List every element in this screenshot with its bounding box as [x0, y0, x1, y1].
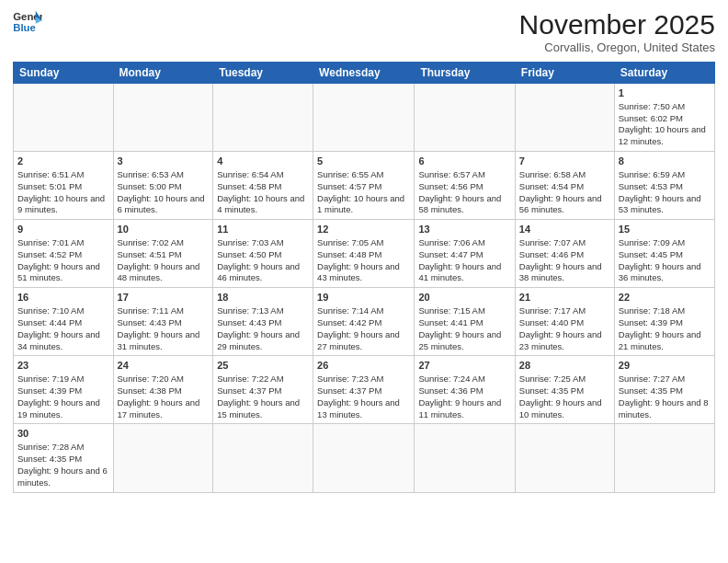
- day-info: Sunrise: 7:14 AM: [317, 305, 410, 317]
- day-info: Sunset: 4:51 PM: [118, 249, 210, 261]
- day-info: Sunrise: 6:57 AM: [418, 169, 510, 181]
- location: Corvallis, Oregon, United States: [519, 40, 715, 54]
- calendar-page: General Blue November 2025 Corvallis, Or…: [0, 0, 728, 563]
- day-info: Sunrise: 7:13 AM: [217, 305, 309, 317]
- day-info: Sunset: 4:47 PM: [418, 249, 510, 261]
- calendar-table: Sunday Monday Tuesday Wednesday Thursday…: [13, 62, 715, 493]
- day-info: Sunset: 4:39 PM: [619, 317, 711, 329]
- table-row: 24Sunrise: 7:20 AMSunset: 4:38 PMDayligh…: [113, 356, 213, 424]
- day-info: Sunrise: 6:53 AM: [118, 169, 210, 181]
- day-info: Daylight: 9 hours and 53 minutes.: [619, 193, 711, 217]
- day-number: 13: [418, 223, 510, 236]
- day-info: Daylight: 9 hours and 43 minutes.: [317, 261, 410, 285]
- day-info: Sunset: 4:46 PM: [519, 249, 610, 261]
- day-number: 21: [519, 291, 610, 304]
- table-row: 22Sunrise: 7:18 AMSunset: 4:39 PMDayligh…: [614, 288, 714, 356]
- day-info: Sunrise: 7:10 AM: [17, 305, 109, 317]
- svg-text:Blue: Blue: [13, 22, 36, 33]
- table-row: 14Sunrise: 7:07 AMSunset: 4:46 PMDayligh…: [515, 220, 614, 288]
- table-row: 2Sunrise: 6:51 AMSunset: 5:01 PMDaylight…: [14, 152, 114, 220]
- day-info: Daylight: 9 hours and 25 minutes.: [418, 329, 510, 353]
- day-info: Daylight: 9 hours and 38 minutes.: [519, 261, 610, 285]
- table-row: 10Sunrise: 7:02 AMSunset: 4:51 PMDayligh…: [113, 220, 213, 288]
- table-row: 18Sunrise: 7:13 AMSunset: 4:43 PMDayligh…: [213, 288, 313, 356]
- day-number: 5: [317, 155, 410, 168]
- day-number: 1: [619, 86, 711, 100]
- day-info: Sunset: 4:48 PM: [317, 249, 410, 261]
- table-row: 28Sunrise: 7:25 AMSunset: 4:35 PMDayligh…: [515, 356, 614, 424]
- day-info: Sunrise: 7:50 AM: [619, 101, 711, 113]
- day-number: 20: [418, 291, 510, 304]
- day-info: Sunrise: 6:54 AM: [217, 169, 309, 181]
- day-number: 23: [17, 359, 109, 373]
- day-number: 25: [217, 359, 309, 373]
- header-friday: Friday: [515, 63, 614, 84]
- day-info: Sunset: 4:36 PM: [418, 385, 510, 397]
- day-info: Sunset: 4:35 PM: [519, 385, 610, 397]
- day-info: Sunset: 4:57 PM: [317, 181, 410, 193]
- day-info: Sunset: 4:37 PM: [317, 385, 410, 397]
- day-info: Sunset: 4:42 PM: [317, 317, 410, 329]
- day-number: 8: [619, 155, 711, 168]
- day-number: 19: [317, 291, 410, 304]
- day-info: Daylight: 9 hours and 17 minutes.: [118, 397, 210, 421]
- day-info: Sunset: 4:37 PM: [217, 385, 309, 397]
- header-monday: Monday: [113, 63, 213, 84]
- day-info: Sunrise: 7:02 AM: [118, 237, 210, 249]
- day-info: Daylight: 9 hours and 11 minutes.: [418, 397, 510, 421]
- table-row: 12Sunrise: 7:05 AMSunset: 4:48 PMDayligh…: [313, 220, 415, 288]
- day-info: Sunrise: 7:25 AM: [519, 373, 610, 385]
- day-info: Daylight: 9 hours and 27 minutes.: [317, 329, 410, 353]
- day-info: Daylight: 9 hours and 34 minutes.: [17, 329, 109, 353]
- day-info: Sunrise: 7:05 AM: [317, 237, 410, 249]
- month-title: November 2025: [519, 9, 715, 40]
- day-number: 17: [118, 291, 210, 304]
- day-info: Sunset: 5:00 PM: [118, 181, 210, 193]
- day-info: Sunset: 6:02 PM: [619, 113, 711, 125]
- day-info: Sunrise: 7:09 AM: [619, 237, 711, 249]
- day-info: Daylight: 9 hours and 19 minutes.: [17, 397, 109, 421]
- day-number: 26: [317, 359, 410, 373]
- table-row: 19Sunrise: 7:14 AMSunset: 4:42 PMDayligh…: [313, 288, 415, 356]
- table-row: 26Sunrise: 7:23 AMSunset: 4:37 PMDayligh…: [313, 356, 415, 424]
- day-info: Daylight: 9 hours and 51 minutes.: [17, 261, 109, 285]
- day-info: Daylight: 9 hours and 46 minutes.: [217, 261, 309, 285]
- day-info: Sunrise: 7:20 AM: [118, 373, 210, 385]
- table-row: 1Sunrise: 7:50 AMSunset: 6:02 PMDaylight…: [614, 84, 714, 152]
- day-info: Daylight: 9 hours and 36 minutes.: [619, 261, 711, 285]
- day-number: 27: [418, 359, 510, 373]
- day-number: 30: [17, 427, 109, 441]
- table-row: [213, 424, 313, 492]
- table-row: [313, 84, 415, 152]
- header-thursday: Thursday: [415, 63, 515, 84]
- day-info: Daylight: 9 hours and 31 minutes.: [118, 329, 210, 353]
- day-info: Sunrise: 7:27 AM: [619, 373, 711, 385]
- table-row: 6Sunrise: 6:57 AMSunset: 4:56 PMDaylight…: [415, 152, 515, 220]
- day-info: Daylight: 9 hours and 41 minutes.: [418, 261, 510, 285]
- header-sunday: Sunday: [14, 63, 114, 84]
- table-row: 3Sunrise: 6:53 AMSunset: 5:00 PMDaylight…: [113, 152, 213, 220]
- header-saturday: Saturday: [614, 63, 714, 84]
- day-info: Sunset: 4:41 PM: [418, 317, 510, 329]
- day-info: Sunset: 4:35 PM: [619, 385, 711, 397]
- day-info: Daylight: 10 hours and 6 minutes.: [118, 193, 210, 217]
- calendar-week-row: 1Sunrise: 7:50 AMSunset: 6:02 PMDaylight…: [14, 84, 715, 152]
- day-info: Sunset: 4:40 PM: [519, 317, 610, 329]
- day-info: Daylight: 9 hours and 21 minutes.: [619, 329, 711, 353]
- day-info: Sunset: 4:38 PM: [118, 385, 210, 397]
- day-number: 14: [519, 223, 610, 236]
- table-row: [113, 84, 213, 152]
- calendar-week-row: 9Sunrise: 7:01 AMSunset: 4:52 PMDaylight…: [14, 220, 715, 288]
- table-row: [614, 424, 714, 492]
- day-info: Sunrise: 7:03 AM: [217, 237, 309, 249]
- table-row: 13Sunrise: 7:06 AMSunset: 4:47 PMDayligh…: [415, 220, 515, 288]
- day-info: Sunrise: 7:24 AM: [418, 373, 510, 385]
- day-info: Daylight: 9 hours and 23 minutes.: [519, 329, 610, 353]
- title-block: November 2025 Corvallis, Oregon, United …: [519, 9, 715, 54]
- day-info: Sunset: 4:54 PM: [519, 181, 610, 193]
- table-row: 5Sunrise: 6:55 AMSunset: 4:57 PMDaylight…: [313, 152, 415, 220]
- day-info: Sunset: 4:35 PM: [17, 454, 109, 465]
- logo: General Blue: [13, 9, 42, 35]
- table-row: 8Sunrise: 6:59 AMSunset: 4:53 PMDaylight…: [614, 152, 714, 220]
- day-info: Sunset: 4:52 PM: [17, 249, 109, 261]
